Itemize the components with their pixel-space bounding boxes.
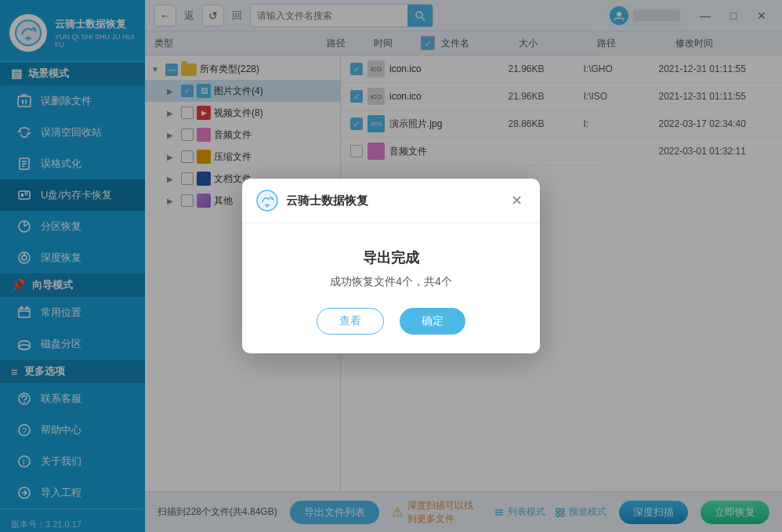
modal-dialog: 云骑士数据恢复 ✕ 导出完成 成功恢复文件4个，共4个 查看 确定 <box>242 179 540 353</box>
modal-logo-icon <box>256 190 278 212</box>
modal-sub-text: 成功恢复文件4个，共4个 <box>258 275 524 289</box>
modal-main-text: 导出完成 <box>258 248 524 267</box>
modal-ok-button[interactable]: 确定 <box>400 308 465 335</box>
modal-close-button[interactable]: ✕ <box>507 191 526 210</box>
modal-body: 导出完成 成功恢复文件4个，共4个 <box>242 223 540 308</box>
modal-view-button[interactable]: 查看 <box>317 308 384 335</box>
modal-overlay[interactable]: 云骑士数据恢复 ✕ 导出完成 成功恢复文件4个，共4个 查看 确定 <box>0 0 782 532</box>
svg-point-36 <box>257 190 277 211</box>
modal-header: 云骑士数据恢复 ✕ <box>242 179 540 223</box>
modal-footer: 查看 确定 <box>242 308 540 353</box>
modal-title: 云骑士数据恢复 <box>286 194 499 208</box>
